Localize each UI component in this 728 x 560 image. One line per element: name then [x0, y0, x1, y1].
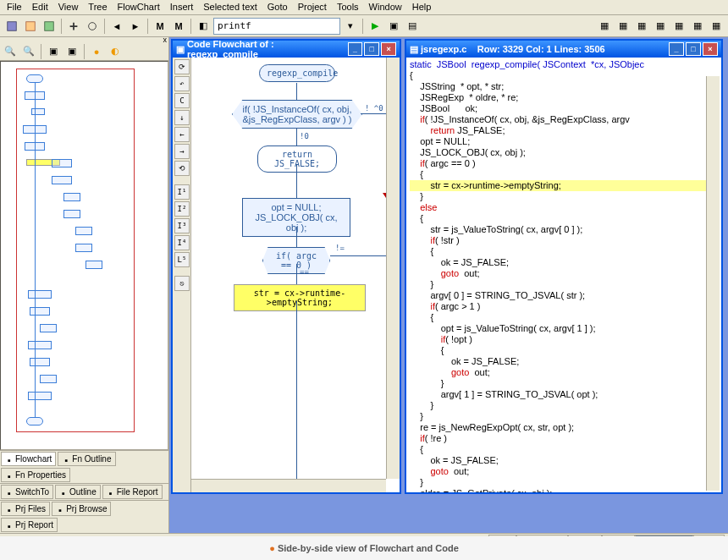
menu-file[interactable]: File — [2, 0, 27, 14]
node-decision[interactable]: if( !JS_InstanceOf( cx, obj, &js_RegExpC… — [232, 100, 362, 129]
code-line: } — [410, 411, 718, 422]
vscrollbar[interactable] — [386, 58, 400, 479]
vscrollbar[interactable] — [706, 76, 720, 491]
flow-tool-btn[interactable]: ⟳ — [174, 59, 190, 74]
window-titlebar[interactable]: ▣ Code Flowchart of : regexp_compile _ □… — [173, 41, 400, 58]
window-title: Code Flowchart of : regexp_compile — [187, 39, 345, 59]
flow-tool-btn[interactable]: ← — [174, 127, 190, 142]
play-icon[interactable]: ▶ — [367, 18, 383, 35]
overview-canvas[interactable] — [0, 61, 168, 450]
flow-tool-btn[interactable]: I² — [174, 201, 190, 217]
edge-label: == — [300, 267, 309, 276]
tab-icon: ▪ — [5, 505, 14, 513]
tool-btn[interactable]: ▦ — [596, 18, 613, 35]
tab-prj-report[interactable]: ▪Prj Report — [1, 518, 58, 532]
node-start[interactable]: regexp_compile — [259, 64, 335, 82]
tool-btn[interactable]: ▣ — [385, 18, 402, 35]
left-toolbar: 🔍 🔍 ▣ ▣ ● ◐ — [0, 42, 168, 61]
code-line: if( argc == 0 ) — [410, 158, 718, 169]
tool-btn[interactable]: M — [152, 18, 168, 35]
tab-icon: ▪ — [5, 471, 14, 480]
dropdown-icon[interactable]: ▾ — [342, 18, 359, 35]
zoom-in-icon[interactable]: 🔍 — [2, 43, 19, 60]
mdi-area: ▣ Code Flowchart of : regexp_compile _ □… — [169, 37, 728, 533]
menu-project[interactable]: Project — [293, 0, 332, 14]
tab-flowchart[interactable]: ▪Flowchart — [1, 452, 56, 466]
maximize-button[interactable]: □ — [364, 42, 379, 56]
code-line: ok = JS_FALSE; — [410, 356, 718, 367]
tool-btn[interactable] — [41, 18, 58, 35]
code-line: { — [410, 213, 718, 224]
code-line: opt = NULL; — [410, 136, 718, 147]
minimize-button[interactable]: _ — [348, 42, 363, 56]
menu-help[interactable]: Help — [407, 0, 437, 14]
tool-btn[interactable] — [3, 18, 20, 35]
tool-btn[interactable]: ▦ — [652, 18, 669, 35]
menu-window[interactable]: Window — [364, 0, 407, 14]
tool-btn[interactable]: ▦ — [708, 18, 725, 35]
maximize-button[interactable]: □ — [686, 42, 701, 56]
close-button[interactable]: × — [703, 42, 718, 56]
code-window: ▤ jsregexp.c Row: 3329 Col: 1 Lines: 350… — [405, 39, 723, 494]
menu-tree[interactable]: Tree — [83, 0, 112, 14]
tool-btn[interactable] — [84, 18, 101, 35]
tool-btn[interactable]: ▣ — [63, 43, 80, 60]
search-combo[interactable] — [213, 18, 340, 35]
tool-btn[interactable]: ◐ — [107, 43, 124, 60]
left-tabs: ▪Flowchart▪Fn Outline▪Fn Properties — [0, 450, 168, 483]
minimize-button[interactable]: _ — [669, 42, 684, 56]
code-line: return JS_FALSE; — [410, 125, 718, 136]
tool-btn[interactable]: ▦ — [615, 18, 631, 35]
tab-file-report[interactable]: ▪File Report — [102, 485, 163, 499]
menu-selected-text[interactable]: Selected text — [198, 0, 262, 14]
code-line: re = js_NewRegExpOpt( cx, str, opt ); — [410, 422, 718, 433]
flow-tool-btn[interactable]: C — [174, 93, 190, 108]
tool-btn[interactable]: ► — [127, 18, 144, 35]
menu-tools[interactable]: Tools — [332, 0, 364, 14]
tab-switchto[interactable]: ▪SwitchTo — [1, 485, 53, 499]
flow-tool-btn[interactable]: ⎋ — [174, 276, 190, 291]
tab-icon: ▪ — [5, 521, 14, 530]
menu-view[interactable]: View — [53, 0, 84, 14]
flow-tool-btn[interactable]: I¹ — [174, 184, 190, 200]
close-button[interactable]: × — [381, 42, 396, 56]
tool-btn[interactable]: ▦ — [689, 18, 706, 35]
flow-tool-btn[interactable]: ↓ — [174, 110, 190, 125]
tab-prj-browse[interactable]: ▪Prj Browse — [52, 502, 111, 516]
tab-prj-files[interactable]: ▪Prj Files — [1, 502, 50, 516]
flow-tool-btn[interactable]: → — [174, 144, 190, 159]
flowchart-canvas[interactable]: regexp_compile if( !JS_InstanceOf( cx, o… — [191, 58, 400, 492]
flow-tool-btn[interactable]: I³ — [174, 218, 190, 233]
tool-btn[interactable]: ▦ — [633, 18, 650, 35]
hscrollbar[interactable] — [191, 479, 386, 492]
zoom-out-icon[interactable]: 🔍 — [20, 43, 37, 60]
flow-tool-btn[interactable]: ↶ — [174, 76, 190, 91]
tab-outline[interactable]: ▪Outline — [55, 485, 101, 499]
svg-rect-1 — [26, 21, 36, 30]
tool-btn[interactable]: ▤ — [404, 18, 421, 35]
tool-btn[interactable]: ● — [88, 43, 105, 60]
flow-tool-btn[interactable]: I⁴ — [174, 235, 190, 250]
flow-tool-btn[interactable]: L⁵ — [174, 252, 190, 267]
tab-fn-outline[interactable]: ▪Fn Outline — [58, 452, 115, 466]
menu-goto[interactable]: Goto — [262, 0, 293, 14]
tool-btn[interactable]: ▦ — [670, 18, 687, 35]
window-titlebar[interactable]: ▤ jsregexp.c Row: 3329 Col: 1 Lines: 350… — [406, 41, 721, 58]
tool-btn[interactable] — [65, 18, 82, 35]
node-return[interactable]: return JS_FALSE; — [257, 145, 337, 173]
tab-icon: ▪ — [59, 488, 68, 497]
tool-btn[interactable] — [22, 18, 39, 35]
svg-rect-2 — [45, 21, 54, 30]
code-editor[interactable]: static JSBool regexp_compile( JSContext … — [406, 58, 721, 492]
flow-tool-btn[interactable]: ⟲ — [174, 161, 190, 176]
tool-btn[interactable]: M — [170, 18, 187, 35]
tool-btn[interactable]: ▣ — [45, 43, 62, 60]
tool-btn[interactable]: ◄ — [108, 18, 125, 35]
menu-flowchart[interactable]: FlowChart — [113, 0, 165, 14]
tab-fn-properties[interactable]: ▪Fn Properties — [1, 468, 70, 482]
node-highlighted[interactable]: str = cx->runtime->emptyString; — [234, 284, 366, 311]
menu-insert[interactable]: Insert — [165, 0, 199, 14]
flowchart-sidebar: ⟳↶C↓←→⟲I¹I²I³I⁴L⁵⎋ — [173, 58, 191, 492]
menu-edit[interactable]: Edit — [27, 0, 53, 14]
tool-btn[interactable]: ◧ — [195, 18, 212, 35]
